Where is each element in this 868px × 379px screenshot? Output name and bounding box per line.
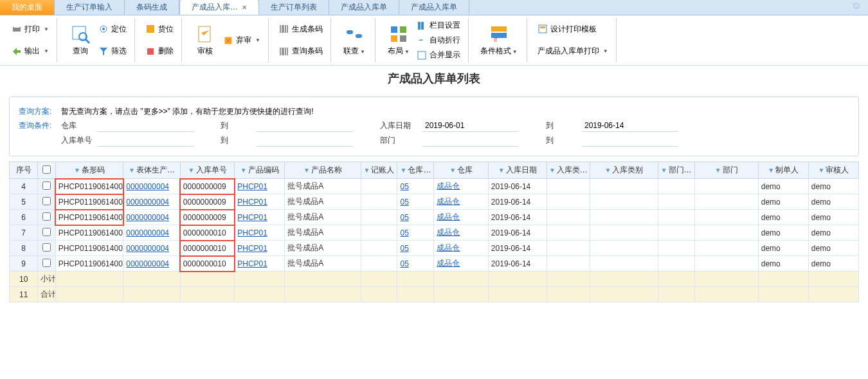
table-row[interactable]: 5PHCP0119061400100000000040000000009PHCP… (10, 194, 859, 210)
col-poster[interactable]: ▼记账人 (361, 162, 397, 179)
col-dept[interactable]: ▼部门 (694, 162, 758, 179)
row-check[interactable] (42, 243, 51, 252)
col-in-no[interactable]: ▼入库单号 (180, 162, 234, 179)
col-wh-short[interactable]: ▼仓库… (397, 162, 434, 179)
svg-rect-18 (418, 51, 426, 59)
wh-link: 成品仓 (437, 197, 460, 206)
col-in-type[interactable]: ▼入库类别 (590, 162, 658, 179)
col-setting-button[interactable]: 栏目设置 (414, 18, 463, 33)
col-dept-short[interactable]: ▼部门… (658, 162, 694, 179)
col-in-date[interactable]: ▼入库日期 (488, 162, 547, 179)
header-row: 序号 ▼条形码 ▼表体生产… ▼入库单号 ▼产品编码 ▼产品名称 ▼记账人 ▼仓… (10, 162, 859, 179)
wh-code-link: 05 (400, 228, 408, 237)
table-row[interactable]: 6PHCP0119061400300000000040000000009PHCP… (10, 210, 859, 225)
tab-barcode-gen[interactable]: 条码生成 (125, 0, 179, 15)
row-check[interactable] (42, 212, 51, 221)
wh-code-link: 05 (400, 182, 408, 191)
prod-code-link: PHCP01 (237, 182, 267, 191)
col-barcode[interactable]: ▼条形码 (55, 162, 123, 179)
table-row[interactable]: 9PHCP0119061400300000000040000000010PHCP… (10, 256, 859, 272)
col-check[interactable] (38, 162, 55, 179)
warehouse-to-input[interactable] (257, 120, 353, 132)
auto-wrap-button[interactable]: 自动折行 (414, 33, 463, 48)
svg-rect-11 (356, 34, 362, 38)
filter-icon[interactable]: ▼ (74, 167, 80, 174)
body-link: 0000000004 (126, 198, 169, 207)
col-body-prod[interactable]: ▼表体生产… (123, 162, 181, 179)
table-row[interactable]: 8PHCP0119061400100000000040000000010PHCP… (10, 241, 859, 256)
col-seq[interactable]: 序号 (10, 162, 38, 179)
warehouse-from-input[interactable] (97, 120, 194, 132)
svg-rect-7 (147, 25, 154, 33)
chevron-down-icon: ▼ (44, 26, 49, 32)
tab-finished-goods-in-2[interactable]: 产成品入库单 (399, 0, 469, 15)
tab-finished-goods-in-list[interactable]: 产成品入库…✕ (179, 0, 259, 15)
query-plan-label: 查询方案: (19, 106, 57, 117)
gen-barcode-button[interactable]: 生成条码 (276, 22, 325, 37)
slot-button[interactable]: 货位 (143, 22, 176, 37)
locate-button[interactable]: 定位 (96, 22, 129, 37)
check-all[interactable] (42, 165, 51, 174)
body-link: 0000000004 (126, 259, 169, 268)
svg-rect-17 (421, 22, 424, 30)
wh-code-link: 05 (400, 259, 408, 268)
query-panel: 查询方案: 暂无查询方案，请点击 "更多>>" 添加，有助于您更加方便快捷的进行… (9, 97, 859, 156)
svg-rect-1 (14, 25, 19, 28)
inno-from-input[interactable] (97, 134, 194, 147)
print-menu-button[interactable]: 产成品入库单打印▼ (535, 44, 611, 59)
date-from-input[interactable] (422, 120, 519, 132)
close-icon[interactable]: ✕ (242, 4, 247, 11)
layout-button[interactable]: 布局▼ (383, 18, 414, 62)
design-template-button[interactable]: 设计打印模板 (535, 22, 611, 37)
svg-line-4 (86, 39, 89, 43)
filter-button[interactable]: 筛选 (96, 44, 129, 59)
chevron-down-icon: ▼ (44, 48, 49, 54)
date-to-input[interactable] (582, 120, 678, 132)
inno-to-input[interactable] (257, 134, 353, 147)
table-row[interactable]: 4PHCP0119061400200000000040000000009PHCP… (10, 179, 859, 194)
row-check[interactable] (42, 197, 51, 205)
delete-button[interactable]: 删除 (143, 44, 176, 59)
tab-prod-order-list[interactable]: 生产订单列表 (259, 0, 329, 15)
row-check[interactable] (42, 228, 51, 236)
query-plan-hint: 暂无查询方案，请点击 "更多>>" 添加，有助于您更加方便快捷的进行查询! (61, 106, 314, 117)
prod-code-link: PHCP01 (237, 213, 267, 222)
query-cond-label: 查询条件: (19, 120, 57, 131)
wh-code-link: 05 (400, 213, 408, 222)
link-query-button[interactable]: 联查▼ (339, 18, 370, 62)
wh-link: 成品仓 (437, 181, 460, 190)
tab-bar: 我的桌面 生产订单输入 条码生成 产成品入库…✕ 生产订单列表 产成品入库单 产… (0, 0, 868, 15)
output-button[interactable]: 输出▼ (9, 44, 51, 59)
col-creator[interactable]: ▼制单人 (758, 162, 808, 179)
tab-home[interactable]: 我的桌面 (0, 0, 55, 15)
row-check[interactable] (42, 181, 51, 190)
total-row: 11合计 (10, 287, 859, 302)
col-auditor[interactable]: ▼审核人 (808, 162, 858, 179)
svg-rect-12 (391, 26, 397, 33)
page-title: 产成品入库单列表 (0, 66, 868, 91)
abandon-audit-button[interactable]: 弃审▼ (221, 33, 263, 48)
tab-finished-goods-in-1[interactable]: 产成品入库单 (329, 0, 399, 15)
row-check[interactable] (42, 259, 51, 267)
prod-code-link: PHCP01 (237, 228, 267, 237)
smile-icon[interactable]: ☺ (851, 0, 862, 15)
col-in-type-short[interactable]: ▼入库类… (547, 162, 590, 179)
col-warehouse[interactable]: ▼仓库 (434, 162, 488, 179)
query-barcode-button[interactable]: 查询条码 (276, 44, 325, 59)
col-prod-code[interactable]: ▼产品编码 (235, 162, 285, 179)
col-prod-name[interactable]: ▼产品名称 (285, 162, 361, 179)
prod-code-link: PHCP01 (237, 244, 267, 253)
body-link: 0000000004 (126, 182, 169, 191)
wh-code-link: 05 (400, 198, 408, 207)
subtotal-row: 10小计 (10, 272, 859, 287)
wh-link: 成品仓 (437, 212, 460, 221)
cond-format-button[interactable]: if 条件格式▼ (476, 18, 521, 62)
tab-prod-order-input[interactable]: 生产订单输入 (55, 0, 125, 15)
audit-button[interactable]: 审核 (190, 18, 221, 62)
dept-to-input[interactable] (582, 134, 678, 147)
table-row[interactable]: 7PHCP0119061400200000000040000000010PHCP… (10, 225, 859, 241)
dept-from-input[interactable] (422, 134, 519, 147)
query-button[interactable]: 查询 (65, 18, 96, 62)
print-button[interactable]: 打印▼ (9, 22, 51, 37)
merge-show-button[interactable]: 合并显示 (414, 48, 463, 62)
